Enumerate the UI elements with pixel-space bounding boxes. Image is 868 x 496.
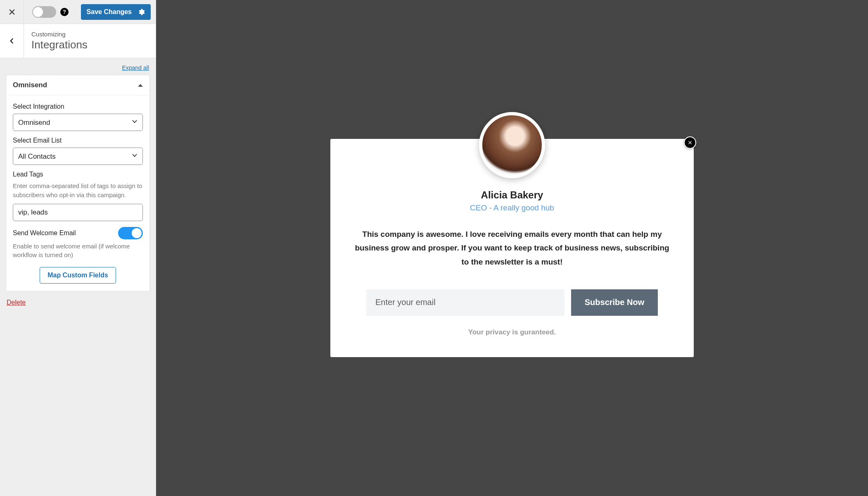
help-icon[interactable]: ? [60,8,69,16]
toggle-knob [132,228,142,238]
save-changes-label: Save Changes [87,8,132,16]
popup-name: Alicia Bakery [350,189,674,201]
select-integration-dropdown[interactable]: Omnisend [13,114,143,131]
preview-area: Alicia Bakery CEO - A really good hub Th… [156,0,868,496]
delete-link[interactable]: Delete [7,299,156,306]
email-input[interactable] [366,289,564,316]
send-welcome-label: Send Welcome Email [13,229,76,237]
breadcrumb-prefix: Customizing [31,31,88,38]
gear-icon [138,8,145,16]
status-toggle[interactable] [32,6,56,18]
lead-tags-help: Enter comma-separated list of tags to as… [13,181,143,200]
close-icon [8,8,16,16]
panel-body: Select Integration Omnisend Select Email… [6,95,149,291]
select-integration-label: Select Integration [13,103,143,110]
caret-up-icon [138,84,143,87]
subscribe-row: Subscribe Now [350,289,674,316]
popup-title: CEO - A really good hub [350,203,674,212]
close-icon [688,140,693,145]
lead-tags-label: Lead Tags [13,171,143,178]
panel-title: Omnisend [13,81,47,89]
popup-close-button[interactable] [684,136,696,149]
popup-body: This company is awesome. I love receivin… [353,227,671,269]
send-welcome-toggle[interactable] [118,227,143,239]
panel-header[interactable]: Omnisend [6,75,149,95]
expand-row: Expand all [0,58,156,75]
back-button[interactable] [0,24,24,58]
breadcrumb-text: Customizing Integrations [24,24,95,58]
popup-card: Alicia Bakery CEO - A really good hub Th… [330,139,694,357]
subscribe-button[interactable]: Subscribe Now [571,289,658,316]
breadcrumb: Customizing Integrations [0,24,156,58]
chevron-left-icon [9,38,15,44]
sidebar: ? Save Changes Customizing Integrations … [0,0,156,496]
integration-panel: Omnisend Select Integration Omnisend Sel… [6,75,150,291]
top-bar: ? Save Changes [0,0,156,24]
save-changes-button[interactable]: Save Changes [81,4,151,20]
select-email-list-label: Select Email List [13,137,143,144]
lead-tags-input[interactable] [13,204,143,221]
avatar [479,112,545,178]
breadcrumb-title: Integrations [31,38,88,51]
toggle-knob [33,7,43,17]
expand-all-link[interactable]: Expand all [122,64,149,71]
privacy-text: Your privacy is guranteed. [350,328,674,336]
map-custom-fields-button[interactable]: Map Custom Fields [40,267,116,284]
close-customizer-button[interactable] [0,0,24,24]
select-email-list-dropdown[interactable]: All Contacts [13,148,143,165]
send-welcome-help: Enable to send welcome email (if welcome… [13,242,143,260]
